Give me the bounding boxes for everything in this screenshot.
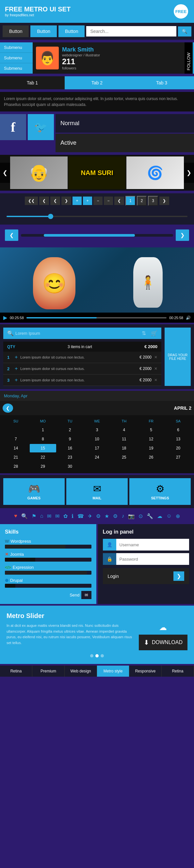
item-close-2[interactable]: ✕ (154, 366, 158, 371)
heart-icon[interactable]: ♥ (14, 513, 17, 519)
cal-day-1[interactable]: 1 (30, 426, 56, 434)
cal-day-25[interactable]: 25 (111, 453, 137, 462)
carousel-prev[interactable]: ❮ (0, 163, 10, 183)
phone-icon[interactable]: ☎ (77, 513, 84, 519)
search-button[interactable]: 🔍 (178, 26, 191, 36)
ctrl-skip-back[interactable]: ❮❮ (25, 196, 38, 205)
cal-day-28[interactable]: 28 (3, 462, 29, 471)
ctrl-add1[interactable]: + (73, 196, 82, 205)
tab-3[interactable]: Tab 3 (129, 76, 194, 89)
cal-day-17[interactable]: 17 (84, 444, 110, 453)
dot-2[interactable] (95, 654, 99, 657)
item-add-2[interactable]: + (15, 366, 18, 372)
cal-day-13[interactable]: 13 (165, 435, 191, 443)
status-normal[interactable]: Normal (56, 114, 194, 133)
dot-3[interactable] (101, 654, 104, 657)
username-input[interactable] (116, 539, 189, 551)
star-icon[interactable]: ★ (105, 513, 109, 519)
tab-1[interactable]: Tab 1 (0, 76, 65, 89)
plus-circle-icon[interactable]: ⊕ (176, 513, 180, 519)
camera-icon[interactable]: 📷 (128, 513, 135, 519)
cal-day-22[interactable]: 22 (30, 453, 56, 462)
calendar-prev-btn[interactable]: ❮ (3, 404, 13, 413)
follow-button[interactable]: FOLLOW (185, 42, 194, 74)
slider-thumb-1[interactable] (48, 214, 53, 219)
flower-icon[interactable]: ✿ (63, 513, 67, 519)
cal-day-10[interactable]: 10 (84, 435, 110, 443)
bottom-tab-premium[interactable]: Premium (32, 665, 65, 677)
ctrl-prev2[interactable]: ❮ (114, 196, 124, 205)
cal-day-16[interactable]: 16 (57, 444, 83, 453)
info-icon[interactable]: ℹ (72, 513, 74, 519)
ctrl-next2[interactable]: ❯ (159, 196, 169, 205)
bottom-tab-responsive[interactable]: Responsive (129, 665, 162, 677)
page-1[interactable]: 1 (126, 196, 136, 206)
facebook-button[interactable]: f (0, 114, 26, 140)
settings-icon-tile[interactable]: ⚙ SETTINGS (129, 478, 191, 505)
cal-day-29[interactable]: 29 (30, 462, 56, 471)
gear-icon[interactable]: ⚙ (96, 513, 101, 519)
home-icon[interactable]: ⌂ (40, 513, 44, 519)
cal-day-9[interactable]: 9 (57, 435, 83, 443)
cart-icon[interactable]: 🛒 (151, 330, 158, 336)
cal-day-15[interactable]: 15 (30, 444, 56, 453)
submenu-item-1[interactable]: Submenu (0, 42, 33, 53)
login-button[interactable]: Login ❯ (103, 568, 189, 584)
ctrl-back[interactable]: ❮ (39, 196, 49, 205)
cal-day-21[interactable]: 21 (3, 453, 29, 462)
cal-day-18[interactable]: 18 (111, 444, 137, 453)
mail2-icon[interactable]: ✉ (55, 513, 59, 519)
cal-day-26[interactable]: 26 (138, 453, 164, 462)
download-button[interactable]: ⬇ DOWNLOAD (139, 634, 188, 650)
ctrl-fwd[interactable]: ❯ (61, 196, 71, 205)
cal-day-3[interactable]: 3 (84, 426, 110, 434)
twitter-button[interactable]: 🐦 (28, 114, 54, 140)
button-1[interactable]: Button (3, 25, 29, 37)
cal-day-2[interactable]: 2 (57, 426, 83, 434)
item-add-1[interactable]: + (15, 354, 18, 360)
cal-day-6[interactable]: 6 (165, 426, 191, 434)
cal-day-12[interactable]: 12 (138, 435, 164, 443)
games-icon-tile[interactable]: 🎮 GAMES (3, 478, 65, 505)
item-close-3[interactable]: ✕ (154, 378, 158, 382)
cal-day-30[interactable]: 30 (57, 462, 83, 471)
range-slider-right[interactable]: ❯ (176, 229, 189, 241)
item-close-1[interactable]: ✕ (154, 355, 158, 360)
cal-day-8[interactable]: 8 (30, 435, 56, 443)
page-2[interactable]: 2 (137, 196, 147, 206)
drag-drop-zone[interactable]: DRAG YOUR FILE HERE (165, 328, 191, 386)
send-icon[interactable]: ✉ (81, 591, 91, 599)
ctrl-add2[interactable]: + (83, 196, 92, 205)
search-mini-icon[interactable]: 🔍 (21, 513, 28, 519)
volume-icon[interactable]: 🔊 (186, 315, 191, 320)
cal-day-11[interactable]: 11 (111, 435, 137, 443)
carousel-next[interactable]: ❯ (184, 163, 194, 183)
cal-day-5[interactable]: 5 (138, 426, 164, 434)
button-2[interactable]: Button (30, 25, 56, 37)
play-button[interactable]: ▶ (3, 314, 7, 321)
bottom-tab-retina2[interactable]: Retina (162, 665, 194, 677)
plane-icon[interactable]: ✈ (88, 513, 92, 519)
music-icon[interactable]: ♪ (121, 513, 124, 519)
cal-day-19[interactable]: 19 (138, 444, 164, 453)
tab-2[interactable]: Tab 2 (65, 76, 129, 89)
cal-day-23[interactable]: 23 (57, 453, 83, 462)
ctrl-prev[interactable]: ❮ (50, 196, 60, 205)
cal-day-27[interactable]: 27 (165, 453, 191, 462)
button-3[interactable]: Button (58, 25, 85, 37)
bottom-tab-metro[interactable]: Metro style (97, 665, 129, 677)
settings-mini-icon[interactable]: ⚙ (113, 513, 117, 519)
mail-icon-tile[interactable]: ✉ MAIL (66, 478, 128, 505)
cal-day-20[interactable]: 20 (165, 444, 191, 453)
cal-day-14[interactable]: 14 (3, 444, 29, 453)
page-3[interactable]: 3 (148, 196, 158, 206)
face-icon[interactable]: ☺ (166, 513, 171, 519)
range-slider-left[interactable]: ❮ (5, 229, 18, 241)
flag-icon[interactable]: ⚑ (32, 513, 36, 519)
cart-search-input[interactable] (15, 331, 137, 336)
ctrl-minus1[interactable]: − (93, 196, 103, 205)
cal-day-7[interactable]: 7 (3, 435, 29, 443)
status-active[interactable]: Active (56, 134, 194, 152)
tool-icon[interactable]: 🔧 (147, 513, 153, 519)
ctrl-minus2[interactable]: − (104, 196, 113, 205)
